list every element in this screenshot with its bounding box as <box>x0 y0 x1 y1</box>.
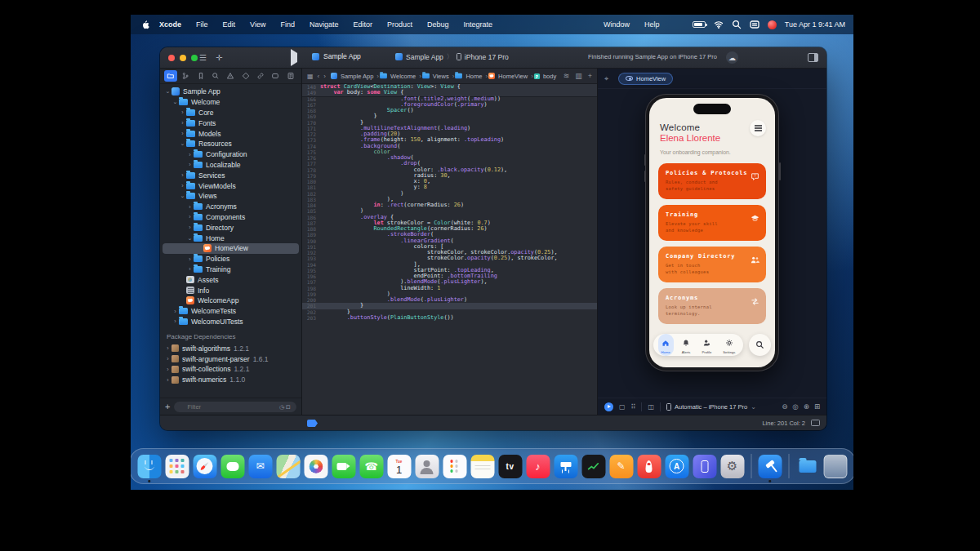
disclosure-icon[interactable]: › <box>179 183 186 189</box>
dock-music-icon[interactable]: ♪ <box>526 455 550 478</box>
scheme-selector[interactable]: Sample App 〉 iPhone 17 Pro <box>395 52 509 61</box>
run-button[interactable] <box>291 52 297 64</box>
menu-item-debug[interactable]: Debug <box>420 20 457 29</box>
disclosure-icon[interactable]: › <box>186 256 194 262</box>
tree-item-assets[interactable]: Assets <box>160 274 301 285</box>
card-training[interactable]: TrainingElevate your skilland knowledge <box>658 205 766 241</box>
control-center-icon[interactable] <box>750 20 760 29</box>
live-preview-button[interactable] <box>604 402 613 411</box>
dock-photos-icon[interactable] <box>304 455 327 478</box>
disclosure-icon[interactable]: › <box>164 377 172 383</box>
navigator-tab-source-control-icon[interactable] <box>179 70 192 82</box>
disclosure-icon[interactable]: › <box>172 318 179 324</box>
tree-item-directory[interactable]: ›Directory <box>160 222 301 233</box>
disclosure-icon[interactable]: › <box>186 152 194 158</box>
tree-item-models[interactable]: ›Models <box>160 128 301 139</box>
dock-safari-icon[interactable] <box>193 455 216 478</box>
dock-maps-icon[interactable] <box>276 455 300 478</box>
dock-rocket-icon[interactable] <box>637 455 661 478</box>
dock-tv-icon[interactable]: tv <box>498 455 522 478</box>
pin-preview-icon[interactable]: ⌖ <box>604 74 608 83</box>
disclosure-icon[interactable]: › <box>164 356 172 362</box>
minimap-icon[interactable]: ▥ <box>575 72 582 80</box>
menu-item-window[interactable]: Window <box>596 20 637 29</box>
card-acronyms[interactable]: AcronymsLook up internalterminology. <box>658 288 766 324</box>
keyboard-icon[interactable] <box>811 420 820 426</box>
tree-item-fonts[interactable]: ›Fonts <box>160 118 301 128</box>
dock-appstore-icon[interactable]: A <box>665 455 688 478</box>
preview-tab[interactable]: HomeView <box>618 73 673 85</box>
status-orb-icon[interactable] <box>768 20 777 29</box>
preview-device-selector[interactable]: Automatic – iPhone 17 Pro ⌄ <box>666 403 756 411</box>
dock-mirroring-icon[interactable] <box>693 455 716 478</box>
window-titlebar[interactable]: ☰ ✛ Sample App Sample App 〉 iPhone 17 Pr… <box>160 47 826 69</box>
menu-button[interactable] <box>750 120 766 136</box>
filter-input[interactable] <box>174 402 296 412</box>
navigator-tab-reports-icon[interactable] <box>284 70 297 82</box>
selectable-mode-icon[interactable]: ▢ <box>619 403 626 411</box>
add-tab-icon[interactable]: ✛ <box>216 52 222 64</box>
tree-item-training[interactable]: ›Training <box>160 264 301 275</box>
disclosure-icon[interactable]: › <box>164 345 172 351</box>
menu-item-edit[interactable]: Edit <box>216 20 243 29</box>
navigator-tab-issues-icon[interactable] <box>224 70 237 82</box>
package-item-swift-argument-parser[interactable]: ›swift-argument-parser1.6.1 <box>160 353 301 364</box>
tree-item-info[interactable]: Info <box>160 285 301 295</box>
apple-menu-icon[interactable] <box>139 20 152 29</box>
dock-finder-icon[interactable] <box>137 455 161 478</box>
tree-item-home[interactable]: ⌄Home <box>160 233 301 243</box>
dock-reminders-icon[interactable] <box>443 455 466 478</box>
tree-item-acronyms[interactable]: ›Acronyms <box>160 202 301 212</box>
tree-item-views[interactable]: ⌄Views <box>160 191 301 202</box>
menu-item-file[interactable]: File <box>189 20 216 29</box>
disclosure-icon[interactable]: ⌄ <box>164 88 172 95</box>
tab-profile[interactable]: Profile <box>698 334 715 356</box>
dock-mail-icon[interactable]: ✉ <box>248 455 272 478</box>
navigator-tab-find-icon[interactable] <box>209 70 222 82</box>
minimize-window-button[interactable] <box>180 55 186 61</box>
dock-keynote-icon[interactable] <box>554 455 577 478</box>
disclosure-icon[interactable]: ⌄ <box>179 140 186 147</box>
dock-notes-icon[interactable] <box>470 455 494 478</box>
menu-item-view[interactable]: View <box>243 20 273 29</box>
dock-xcode-icon[interactable] <box>758 455 782 478</box>
filter-options-icons[interactable]: ◷⊡ <box>279 404 292 411</box>
battery-icon[interactable] <box>693 21 706 28</box>
zoom-out-icon[interactable]: ⊖ <box>782 402 787 411</box>
tab-settings[interactable]: Settings <box>719 334 738 356</box>
tree-item-sample-app[interactable]: ⌄Sample App <box>160 87 301 97</box>
dock-phone-icon[interactable]: ☎ <box>359 455 383 478</box>
zoom-actual-icon[interactable]: ◎ <box>792 402 798 411</box>
back-icon[interactable]: ‹ <box>318 73 320 80</box>
disclosure-icon[interactable]: › <box>172 309 179 314</box>
navigator-tab-tests-icon[interactable] <box>239 70 252 82</box>
add-file-button[interactable]: + <box>165 402 170 411</box>
disclosure-icon[interactable]: › <box>186 204 194 210</box>
search-icon[interactable] <box>732 20 742 29</box>
tab-alerts[interactable]: Alerts <box>679 334 694 356</box>
scheme-name[interactable]: Sample App <box>406 53 443 61</box>
variants-icon[interactable]: ⠿ <box>631 403 636 411</box>
package-item-swift-numerics[interactable]: ›swift-numerics1.1.0 <box>160 375 301 385</box>
disclosure-icon[interactable]: ⌄ <box>172 99 179 105</box>
tree-item-resources[interactable]: ⌄Resources <box>160 139 301 149</box>
dock-settings-icon[interactable]: ⚙ <box>720 455 744 478</box>
dock-stocks-icon[interactable] <box>581 455 605 478</box>
device-settings-icon[interactable]: ◫ <box>648 403 654 411</box>
breadcrumb-home[interactable]: Home <box>454 73 482 80</box>
breadcrumb-body[interactable]: Pbody <box>533 73 556 80</box>
navigator-tab-breakpoints-icon[interactable] <box>269 70 282 82</box>
navigator-tab-bookmarks-icon[interactable] <box>194 70 207 82</box>
navigator-tab-debug-icon[interactable] <box>254 70 267 82</box>
tree-item-welcome[interactable]: ⌄Welcome <box>160 97 301 108</box>
package-item-swift-algorithms[interactable]: ›swift-algorithms1.2.1 <box>160 343 301 353</box>
related-items-icon[interactable]: ▦ <box>307 73 314 80</box>
tree-item-welcomeuitests[interactable]: ›WelcomeUITests <box>160 317 301 327</box>
zoom-fit-icon[interactable]: ⊞ <box>814 402 820 411</box>
menu-item-xcode[interactable]: Xcode <box>152 20 189 29</box>
navigator-toggle-icon[interactable]: ☰ <box>199 52 207 64</box>
menu-item-find[interactable]: Find <box>273 20 302 29</box>
navigator-tab-project-icon[interactable] <box>164 70 177 82</box>
dock-folder-icon[interactable] <box>795 455 819 478</box>
run-destination[interactable]: iPhone 17 Pro <box>465 53 509 61</box>
